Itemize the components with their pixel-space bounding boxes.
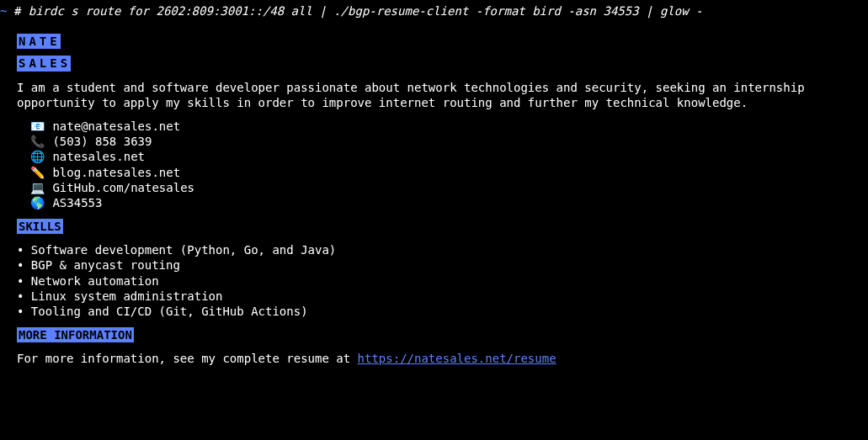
header-skills: SKILLS (17, 219, 63, 234)
prompt-hash: # (14, 4, 21, 18)
name-header-block: NATE (17, 34, 868, 49)
more-info-header-block: MORE INFORMATION (17, 327, 868, 342)
skill-item: Tooling and CI/CD (Git, GitHub Actions) (17, 304, 868, 319)
more-info-prefix: For more information, see my complete re… (17, 352, 358, 365)
more-info-line: For more information, see my complete re… (17, 351, 868, 366)
skills-list: Software development (Python, Go, and Ja… (17, 242, 868, 319)
contact-text: (503) 858 3639 (52, 135, 152, 148)
prompt-tilde: ~ (0, 4, 7, 18)
contact-text: natesales.net (52, 150, 145, 163)
earth-icon: 🌎 (30, 195, 45, 210)
header-first-name: NATE (17, 34, 61, 49)
terminal-output: NATE SALES I am a student and software d… (0, 34, 868, 366)
contact-text: blog.natesales.net (52, 166, 180, 179)
email-icon: 📧 (30, 119, 45, 134)
laptop-icon: 💻 (30, 180, 45, 195)
resume-link[interactable]: https://natesales.net/resume (358, 352, 556, 365)
intro-paragraph: I am a student and software developer pa… (17, 80, 868, 110)
contact-website: 🌐 natesales.net (30, 149, 868, 164)
contact-list: 📧 nate@natesales.net 📞 (503) 858 3639 🌐 … (30, 119, 868, 210)
contact-text: nate@natesales.net (52, 119, 180, 133)
phone-icon: 📞 (30, 134, 45, 149)
shell-prompt-line[interactable]: ~ # birdc s route for 2602:809:3001::/48… (0, 3, 868, 27)
skill-item: BGP & anycast routing (17, 257, 868, 273)
header-more-info: MORE INFORMATION (17, 327, 134, 342)
contact-text: GitHub.com/natesales (52, 181, 194, 194)
skills-header-block: SKILLS (17, 219, 868, 234)
skill-item: Linux system administration (17, 289, 868, 304)
contact-text: AS34553 (52, 196, 102, 209)
globe-icon: 🌐 (30, 149, 45, 164)
header-last-name: SALES (17, 56, 71, 71)
contact-phone: 📞 (503) 858 3639 (30, 134, 868, 149)
contact-asn: 🌎 AS34553 (30, 195, 868, 210)
contact-email: 📧 nate@natesales.net (30, 119, 868, 134)
skill-item: Software development (Python, Go, and Ja… (17, 242, 868, 257)
pencil-icon: ✏️ (30, 165, 45, 180)
skill-item: Network automation (17, 273, 868, 289)
lastname-header-block: SALES (17, 56, 868, 71)
contact-github: 💻 GitHub.com/natesales (30, 180, 868, 195)
prompt-command: birdc s route for 2602:809:3001::/48 all… (29, 4, 703, 18)
contact-blog: ✏️ blog.natesales.net (30, 165, 868, 180)
